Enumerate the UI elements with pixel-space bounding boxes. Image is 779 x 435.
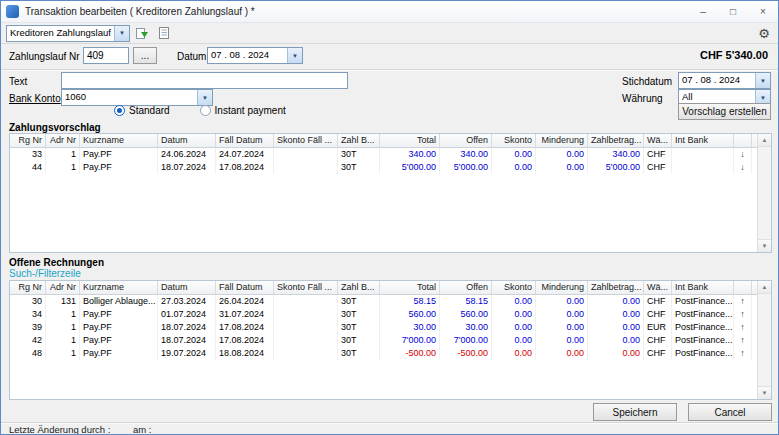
filter-row-link[interactable]: Such-/Filterzeile [9,268,81,279]
table-row[interactable]: 441Pay.PF18.07.202417.08.202430T5'000.00… [10,161,757,174]
scrollbar-track[interactable] [758,294,771,386]
zahlungslauf-nr-input[interactable] [83,47,129,64]
cell-total: -500.00 [380,347,440,360]
dropdown-arrow-icon[interactable]: ▼ [197,90,212,105]
column-header-skonto[interactable]: Skonto [492,134,536,147]
cell-int-bank: PostFinance... [672,308,734,321]
column-header-total[interactable]: Total [380,134,440,147]
column-header-adr-nr[interactable]: Adr Nr [46,134,80,147]
dropdown-arrow-icon[interactable]: ▼ [287,48,302,63]
column-header-zahl-b[interactable]: Zahl B... [338,281,380,294]
column-header-kurzname[interactable]: Kurzname [80,134,158,147]
notebook-icon[interactable] [154,24,174,42]
move-row-up-icon[interactable]: ↑ [734,308,752,321]
cell-minderung: 0.00 [536,308,588,321]
stichdatum-field[interactable]: 07 . 08 . 2024 ▼ [678,72,771,89]
column-header-adr-nr[interactable]: Adr Nr [46,281,80,294]
table-row[interactable]: 341Pay.PF01.07.202431.07.202430T560.0056… [10,308,757,321]
scroll-down-icon[interactable]: ▼ [758,386,771,399]
bank-konto-select[interactable]: 1060 ▼ [61,89,213,106]
cell-offen: 5'000.00 [440,161,492,174]
table-row[interactable]: 481Pay.PF19.07.202418.08.202430T-500.00-… [10,347,757,360]
cell-skonto: 0.00 [492,334,536,347]
column-header-offen[interactable]: Offen [440,281,492,294]
zahlungslauf-nr-label: Zahlungslauf Nr [9,51,80,62]
move-row-up-icon[interactable]: ↑ [734,334,752,347]
minimize-button[interactable]: – [688,1,718,22]
move-row-up-icon[interactable]: ↑ [734,295,752,308]
document-arrow-icon[interactable] [132,24,152,42]
column-header-wä[interactable]: Wä... [644,281,672,294]
cell-zahlbetrag: 0.00 [588,334,644,347]
separator [1,69,778,71]
cell-skonto: 0.00 [492,148,536,161]
column-header-int-bank[interactable]: Int Bank [672,134,734,147]
dropdown-arrow-icon[interactable]: ▼ [114,26,129,41]
column-header-datum[interactable]: Datum [158,134,216,147]
column-header-total[interactable]: Total [380,281,440,294]
cell-minderung: 0.00 [536,334,588,347]
move-row-down-icon[interactable]: ↓ [734,148,752,161]
transaction-type-select[interactable]: Kreditoren Zahlungslauf ▼ [6,25,130,42]
column-header-rg-nr[interactable]: Rg Nr [10,281,46,294]
table-row[interactable]: 421Pay.PF18.07.202417.08.202430T7'000.00… [10,334,757,347]
column-header-actions[interactable] [734,134,752,147]
column-header-wä[interactable]: Wä... [644,134,672,147]
scroll-up-icon[interactable]: ▲ [758,134,771,147]
column-header-offen[interactable]: Offen [440,134,492,147]
scroll-down-icon[interactable]: ▼ [758,239,771,252]
vertical-scrollbar[interactable]: ▲ ▼ [757,281,771,399]
table-row[interactable]: 391Pay.PF18.07.202417.08.202430T30.0030.… [10,321,757,334]
column-header-skonto-fäll[interactable]: Skonto Fäll ... [274,134,338,147]
bank-konto-label[interactable]: Bank Konto [9,93,61,104]
maximize-button[interactable]: □ [718,1,748,22]
vertical-scrollbar[interactable]: ▲ ▼ [757,134,771,252]
radio-instant-payment[interactable]: Instant payment [200,105,286,116]
cell-datum: 27.03.2024 [158,295,216,308]
move-row-up-icon[interactable]: ↑ [734,347,752,360]
column-header-zahl-b[interactable]: Zahl B... [338,134,380,147]
column-header-minderung[interactable]: Minderung [536,281,588,294]
scrollbar-track[interactable] [758,147,771,239]
column-header-skonto-fäll[interactable]: Skonto Fäll ... [274,281,338,294]
cell-skonto-fäll [274,308,338,321]
datum-label: Datum [177,51,206,62]
cell-total: 7'000.00 [380,334,440,347]
datum-value: 07 . 08 . 2024 [208,48,287,63]
radio-standard[interactable]: Standard [114,105,170,116]
table-row[interactable]: 331Pay.PF24.06.202424.07.202430T340.0034… [10,148,757,161]
table-row[interactable]: 30131Bolliger Ablauge...27.03.202426.04.… [10,295,757,308]
dropdown-arrow-icon[interactable]: ▼ [755,73,770,88]
speichern-button[interactable]: Speichern [593,403,677,421]
cell-skonto-fäll [274,347,338,360]
title-bar[interactable]: Transaktion bearbeiten ( Kreditoren Zahl… [1,1,778,23]
cell-offen: -500.00 [440,347,492,360]
column-header-int-bank[interactable]: Int Bank [672,281,734,294]
vorschlag-erstellen-button[interactable]: Vorschlag erstellen [678,103,771,120]
column-header-zahlbetrag[interactable]: Zahlbetrag... [588,134,644,147]
column-header-zahlbetrag[interactable]: Zahlbetrag... [588,281,644,294]
column-header-fäll-datum[interactable]: Fäll Datum [216,281,274,294]
cell-rg-nr: 44 [10,161,46,174]
column-header-datum[interactable]: Datum [158,281,216,294]
browse-button[interactable]: ... [133,47,157,64]
payment-type-group: Standard Instant payment [114,105,286,116]
column-header-skonto[interactable]: Skonto [492,281,536,294]
column-header-kurzname[interactable]: Kurzname [80,281,158,294]
cell-rg-nr: 33 [10,148,46,161]
close-button[interactable]: × [748,1,778,22]
column-header-fäll-datum[interactable]: Fäll Datum [216,134,274,147]
column-header-rg-nr[interactable]: Rg Nr [10,134,46,147]
column-header-minderung[interactable]: Minderung [536,134,588,147]
column-header-actions[interactable] [734,281,752,294]
move-row-up-icon[interactable]: ↑ [734,321,752,334]
scroll-up-icon[interactable]: ▲ [758,281,771,294]
stichdatum-label: Stichdatum [622,76,672,87]
cancel-button[interactable]: Cancel [688,403,772,421]
datum-field[interactable]: 07 . 08 . 2024 ▼ [207,47,303,64]
move-row-down-icon[interactable]: ↓ [734,161,752,174]
text-input[interactable] [61,72,348,89]
cell-fäll-datum: 17.08.2024 [216,321,274,334]
settings-gear-icon[interactable]: ⚙ [755,26,773,41]
cell-datum: 18.07.2024 [158,161,216,174]
